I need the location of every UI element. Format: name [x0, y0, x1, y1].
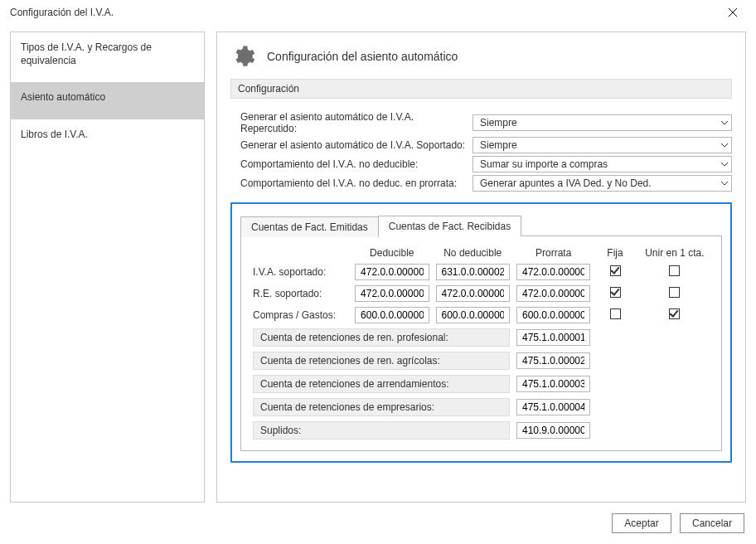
row-label-compras: Compras / Gastos:	[250, 304, 351, 326]
select-repercutido[interactable]: Siempre	[472, 114, 732, 131]
select-soportado[interactable]: Siempre	[472, 137, 732, 153]
cg-deducible-input[interactable]	[355, 307, 429, 323]
re-fija-checkbox[interactable]	[610, 287, 621, 298]
iva-prorrata-input[interactable]	[516, 264, 590, 280]
iva-unir-checkbox[interactable]	[669, 265, 680, 276]
ret-arrendamientos-input[interactable]	[516, 376, 590, 392]
col-unir: Unir en 1 cta.	[637, 245, 713, 261]
cg-prorrata-input[interactable]	[516, 307, 590, 323]
iva-fija-checkbox[interactable]	[610, 265, 621, 276]
cg-unir-checkbox[interactable]	[669, 308, 680, 319]
sidebar: Tipos de I.V.A. y Recargos de equivalenc…	[10, 32, 205, 503]
chevron-down-icon	[721, 182, 728, 186]
config-label-no-deducible: Comportamiento del I.V.A. no deducible:	[240, 158, 472, 170]
ret-label-agricolas: Cuenta de retenciones de ren. agrícolas:	[253, 352, 510, 370]
re-no-deducible-input[interactable]	[436, 285, 510, 302]
row-label-re: R.E. soportado:	[250, 283, 351, 304]
section-title: Configuración	[230, 79, 732, 99]
select-value: Sumar su importe a compras	[480, 158, 608, 170]
page-title: Configuración del asiento automático	[267, 50, 458, 63]
re-re-prorrata-input[interactable]	[516, 285, 590, 302]
select-value: Siempre	[480, 139, 517, 151]
close-icon	[729, 8, 737, 17]
ret-agricolas-input[interactable]	[516, 352, 590, 369]
window-title: Configuración del I.V.A.	[10, 7, 716, 18]
sidebar-item-libros[interactable]: Libros de I.V.A.	[11, 119, 204, 156]
row-label-iva: I.V.A. soportado:	[250, 261, 351, 283]
dialog-buttons: Aceptar Cancelar	[0, 503, 756, 544]
main-panel: Configuración del asiento automático Con…	[216, 32, 746, 503]
select-prorrata[interactable]: Generar apuntes a IVA Ded. y No Ded.	[472, 175, 732, 192]
select-value: Generar apuntes a IVA Ded. y No Ded.	[480, 177, 652, 189]
tab-strip: Cuentas de Fact. Emitidas Cuentas de Fac…	[240, 216, 722, 236]
close-button[interactable]	[716, 1, 749, 24]
cancel-button[interactable]: Cancelar	[680, 513, 744, 533]
col-fija: Fija	[594, 245, 636, 261]
sidebar-item-tipos[interactable]: Tipos de I.V.A. y Recargos de equivalenc…	[11, 32, 204, 82]
iva-no-deducible-input[interactable]	[436, 264, 510, 280]
cg-fija-checkbox[interactable]	[610, 308, 621, 319]
iva-deducible-input[interactable]	[355, 264, 429, 280]
col-no-deducible: No deducible	[433, 245, 513, 261]
select-no-deducible[interactable]: Sumar su importe a compras	[472, 156, 732, 172]
ret-suplidos-input[interactable]	[516, 422, 590, 439]
tab-emitidas[interactable]: Cuentas de Fact. Emitidas	[240, 216, 379, 237]
config-label-soportado: Generar el asiento automático de I.V.A. …	[240, 139, 472, 151]
page-heading: Configuración del asiento automático	[230, 44, 732, 69]
re-unir-checkbox[interactable]	[669, 287, 680, 298]
ret-label-empresarios: Cuenta de retenciones de empresarios:	[253, 398, 510, 416]
titlebar: Configuración del I.V.A.	[0, 0, 756, 25]
col-deducible: Deducible	[351, 245, 432, 261]
ret-empresarios-input[interactable]	[516, 399, 590, 415]
ret-label-arrendamientos: Cuenta de retenciones de arrendamientos:	[253, 375, 510, 393]
chevron-down-icon	[721, 163, 728, 167]
config-label-prorrata: Comportamiento del I.V.A. no deduc. en p…	[240, 177, 472, 189]
ret-label-suplidos: Suplidos:	[253, 421, 510, 440]
cuentas-panel: Cuentas de Fact. Emitidas Cuentas de Fac…	[230, 202, 732, 463]
select-value: Siempre	[480, 117, 517, 129]
col-prorrata: Prorrata	[513, 245, 594, 261]
chevron-down-icon	[721, 143, 728, 148]
accept-button[interactable]: Aceptar	[612, 513, 671, 533]
gear-icon	[230, 44, 255, 69]
ret-profesional-input[interactable]	[516, 329, 590, 346]
sidebar-item-asiento[interactable]: Asiento automático	[11, 82, 204, 119]
re-deducible-input[interactable]	[355, 285, 429, 302]
ret-label-profesional: Cuenta de retenciones de ren. profesiona…	[253, 328, 510, 347]
tab-panel-recibidas: Deducible No deducible Prorrata Fija Uni…	[240, 236, 722, 451]
tab-recibidas[interactable]: Cuentas de Fact. Recibidas	[378, 216, 521, 236]
cg-no-deducible-input[interactable]	[436, 307, 510, 323]
config-label-repercutido: Generar el asiento automático de I.V.A. …	[240, 111, 472, 134]
chevron-down-icon	[721, 121, 728, 125]
